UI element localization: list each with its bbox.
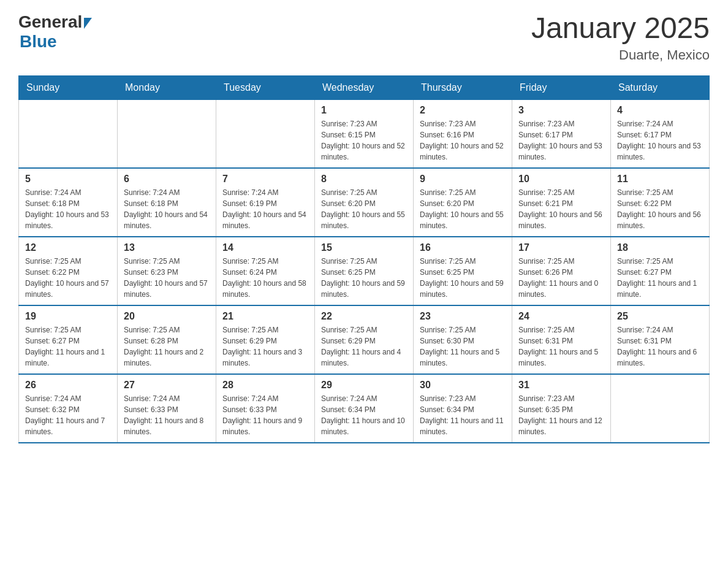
day-info: Sunrise: 7:24 AMSunset: 6:34 PMDaylight:… [321, 393, 407, 437]
day-number: 24 [518, 311, 604, 322]
day-number: 10 [518, 174, 604, 185]
calendar-header-row: SundayMondayTuesdayWednesdayThursdayFrid… [19, 75, 710, 99]
calendar-cell: 6Sunrise: 7:24 AMSunset: 6:18 PMDaylight… [118, 168, 216, 237]
day-info: Sunrise: 7:25 AMSunset: 6:30 PMDaylight:… [420, 324, 506, 369]
day-number: 11 [617, 174, 703, 185]
day-number: 6 [124, 174, 210, 185]
calendar-cell: 26Sunrise: 7:24 AMSunset: 6:32 PMDayligh… [19, 374, 118, 443]
day-number: 20 [124, 311, 210, 322]
logo-triangle-icon [84, 18, 92, 29]
logo: General Blue [18, 12, 92, 52]
day-info: Sunrise: 7:24 AMSunset: 6:33 PMDaylight:… [124, 393, 210, 437]
day-number: 7 [222, 174, 308, 185]
calendar-week-row: 26Sunrise: 7:24 AMSunset: 6:32 PMDayligh… [19, 374, 710, 443]
day-info: Sunrise: 7:25 AMSunset: 6:29 PMDaylight:… [222, 324, 308, 369]
day-info: Sunrise: 7:25 AMSunset: 6:20 PMDaylight:… [420, 187, 506, 231]
day-number: 27 [124, 380, 210, 391]
day-of-week-header: Sunday [19, 75, 118, 99]
calendar-cell: 9Sunrise: 7:25 AMSunset: 6:20 PMDaylight… [414, 168, 512, 237]
calendar-cell: 11Sunrise: 7:25 AMSunset: 6:22 PMDayligh… [611, 168, 710, 237]
day-number: 19 [25, 311, 111, 322]
calendar-cell: 17Sunrise: 7:25 AMSunset: 6:26 PMDayligh… [512, 237, 611, 305]
calendar-cell: 20Sunrise: 7:25 AMSunset: 6:28 PMDayligh… [118, 305, 216, 374]
day-info: Sunrise: 7:25 AMSunset: 6:22 PMDaylight:… [617, 187, 703, 231]
day-number: 3 [518, 105, 604, 116]
day-number: 1 [321, 105, 407, 116]
day-number: 16 [420, 242, 506, 253]
day-number: 2 [420, 105, 506, 116]
day-info: Sunrise: 7:23 AMSunset: 6:17 PMDaylight:… [518, 118, 604, 163]
day-number: 22 [321, 311, 407, 322]
day-info: Sunrise: 7:24 AMSunset: 6:18 PMDaylight:… [25, 187, 111, 231]
day-number: 8 [321, 174, 407, 185]
day-info: Sunrise: 7:23 AMSunset: 6:35 PMDaylight:… [518, 393, 604, 437]
day-number: 30 [420, 380, 506, 391]
day-info: Sunrise: 7:24 AMSunset: 6:32 PMDaylight:… [25, 393, 111, 437]
calendar-cell: 18Sunrise: 7:25 AMSunset: 6:27 PMDayligh… [611, 237, 710, 305]
day-number: 21 [222, 311, 308, 322]
day-number: 28 [222, 380, 308, 391]
day-number: 9 [420, 174, 506, 185]
day-info: Sunrise: 7:25 AMSunset: 6:25 PMDaylight:… [321, 256, 407, 300]
day-info: Sunrise: 7:25 AMSunset: 6:20 PMDaylight:… [321, 187, 407, 231]
day-number: 25 [617, 311, 703, 322]
day-info: Sunrise: 7:24 AMSunset: 6:17 PMDaylight:… [617, 118, 703, 163]
day-info: Sunrise: 7:23 AMSunset: 6:15 PMDaylight:… [321, 118, 407, 163]
page-header: General Blue January 2025 Duarte, Mexico [18, 12, 710, 63]
day-info: Sunrise: 7:25 AMSunset: 6:28 PMDaylight:… [124, 324, 210, 369]
calendar-cell: 22Sunrise: 7:25 AMSunset: 6:29 PMDayligh… [315, 305, 414, 374]
day-info: Sunrise: 7:25 AMSunset: 6:24 PMDaylight:… [222, 256, 308, 300]
day-number: 15 [321, 242, 407, 253]
calendar-cell: 24Sunrise: 7:25 AMSunset: 6:31 PMDayligh… [512, 305, 611, 374]
day-number: 14 [222, 242, 308, 253]
calendar-cell: 29Sunrise: 7:24 AMSunset: 6:34 PMDayligh… [315, 374, 414, 443]
calendar-cell: 21Sunrise: 7:25 AMSunset: 6:29 PMDayligh… [216, 305, 315, 374]
calendar-cell: 25Sunrise: 7:24 AMSunset: 6:31 PMDayligh… [611, 305, 710, 374]
day-number: 23 [420, 311, 506, 322]
calendar-cell [19, 99, 118, 168]
calendar-cell: 5Sunrise: 7:24 AMSunset: 6:18 PMDaylight… [19, 168, 118, 237]
calendar-cell: 8Sunrise: 7:25 AMSunset: 6:20 PMDaylight… [315, 168, 414, 237]
day-info: Sunrise: 7:25 AMSunset: 6:26 PMDaylight:… [518, 256, 604, 300]
day-info: Sunrise: 7:25 AMSunset: 6:29 PMDaylight:… [321, 324, 407, 369]
day-info: Sunrise: 7:25 AMSunset: 6:25 PMDaylight:… [420, 256, 506, 300]
calendar-cell: 3Sunrise: 7:23 AMSunset: 6:17 PMDaylight… [512, 99, 611, 168]
day-number: 12 [25, 242, 111, 253]
calendar-cell: 14Sunrise: 7:25 AMSunset: 6:24 PMDayligh… [216, 237, 315, 305]
logo-general: General [18, 12, 82, 32]
day-number: 26 [25, 380, 111, 391]
day-info: Sunrise: 7:24 AMSunset: 6:31 PMDaylight:… [617, 324, 703, 369]
calendar-cell [118, 99, 216, 168]
day-number: 17 [518, 242, 604, 253]
day-number: 5 [25, 174, 111, 185]
day-of-week-header: Tuesday [216, 75, 315, 99]
day-number: 31 [518, 380, 604, 391]
day-info: Sunrise: 7:25 AMSunset: 6:23 PMDaylight:… [124, 256, 210, 300]
calendar-week-row: 1Sunrise: 7:23 AMSunset: 6:15 PMDaylight… [19, 99, 710, 168]
day-of-week-header: Wednesday [315, 75, 414, 99]
calendar-week-row: 19Sunrise: 7:25 AMSunset: 6:27 PMDayligh… [19, 305, 710, 374]
day-of-week-header: Thursday [414, 75, 512, 99]
calendar-cell: 15Sunrise: 7:25 AMSunset: 6:25 PMDayligh… [315, 237, 414, 305]
title-section: January 2025 Duarte, Mexico [531, 12, 710, 63]
day-info: Sunrise: 7:24 AMSunset: 6:18 PMDaylight:… [124, 187, 210, 231]
day-number: 4 [617, 105, 703, 116]
day-info: Sunrise: 7:25 AMSunset: 6:21 PMDaylight:… [518, 187, 604, 231]
calendar-cell: 2Sunrise: 7:23 AMSunset: 6:16 PMDaylight… [414, 99, 512, 168]
day-of-week-header: Monday [118, 75, 216, 99]
calendar-week-row: 12Sunrise: 7:25 AMSunset: 6:22 PMDayligh… [19, 237, 710, 305]
calendar-cell [216, 99, 315, 168]
calendar-cell: 23Sunrise: 7:25 AMSunset: 6:30 PMDayligh… [414, 305, 512, 374]
calendar-cell: 1Sunrise: 7:23 AMSunset: 6:15 PMDaylight… [315, 99, 414, 168]
calendar-table: SundayMondayTuesdayWednesdayThursdayFrid… [18, 75, 710, 443]
calendar-cell [611, 374, 710, 443]
day-info: Sunrise: 7:25 AMSunset: 6:27 PMDaylight:… [25, 324, 111, 369]
calendar-cell: 30Sunrise: 7:23 AMSunset: 6:34 PMDayligh… [414, 374, 512, 443]
day-of-week-header: Friday [512, 75, 611, 99]
day-number: 13 [124, 242, 210, 253]
calendar-cell: 10Sunrise: 7:25 AMSunset: 6:21 PMDayligh… [512, 168, 611, 237]
day-info: Sunrise: 7:24 AMSunset: 6:19 PMDaylight:… [222, 187, 308, 231]
day-info: Sunrise: 7:25 AMSunset: 6:27 PMDaylight:… [617, 256, 703, 300]
calendar-week-row: 5Sunrise: 7:24 AMSunset: 6:18 PMDaylight… [19, 168, 710, 237]
day-number: 29 [321, 380, 407, 391]
